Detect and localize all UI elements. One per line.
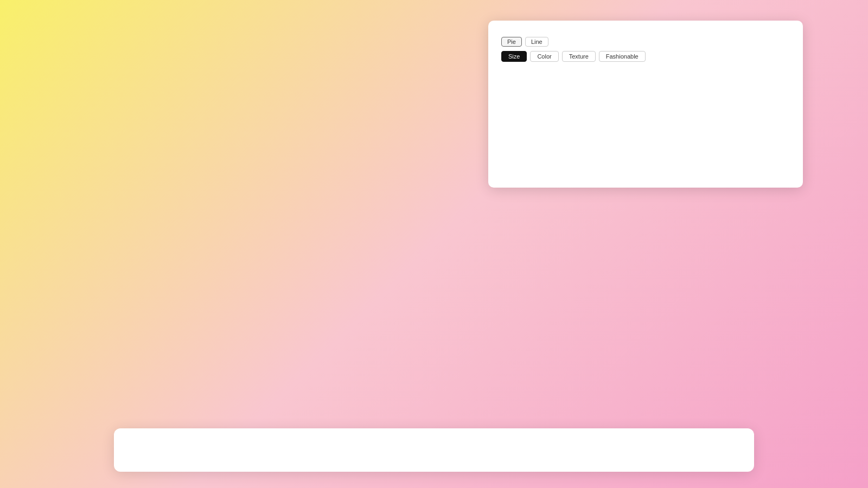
widget-right	[450, 446, 735, 457]
tag-texture-button[interactable]: Texture	[562, 51, 596, 62]
pie-chart-svg	[591, 67, 700, 176]
tag-size-button[interactable]: Size	[501, 51, 527, 62]
left-section	[65, 43, 401, 65]
chart-type-line-button[interactable]: Line	[525, 37, 548, 47]
tag-fashionable-button[interactable]: Fashionable	[599, 51, 646, 62]
chart-type-buttons: PieLine	[501, 37, 790, 47]
widget-left	[133, 446, 418, 457]
review-card: PieLine SizeColorTextureFashionable	[488, 21, 803, 188]
chart-type-pie-button[interactable]: Pie	[501, 37, 522, 47]
tag-color-button[interactable]: Color	[530, 51, 558, 62]
tag-buttons: SizeColorTextureFashionable	[501, 51, 790, 62]
widget-card	[114, 428, 754, 472]
pie-chart-container	[501, 67, 790, 176]
